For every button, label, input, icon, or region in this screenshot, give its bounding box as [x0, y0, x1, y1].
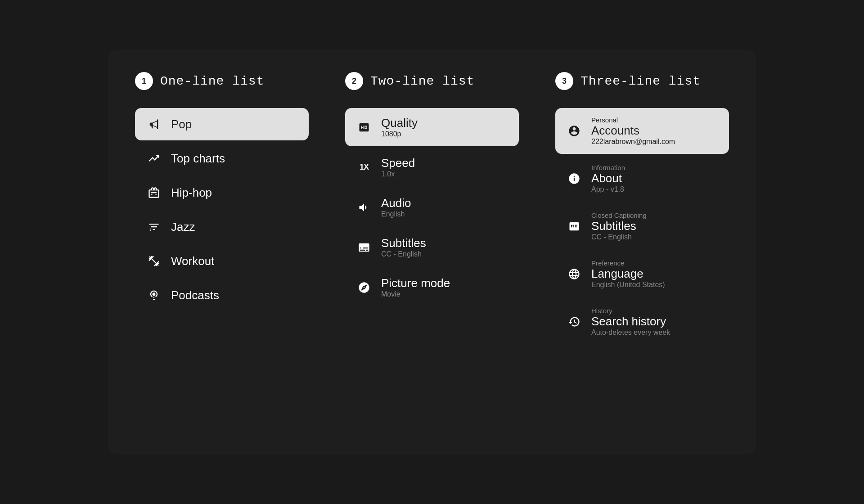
- pop-label: Pop: [171, 117, 192, 131]
- top-charts-label: Top charts: [171, 152, 225, 166]
- search-history-sublabel: Auto-deletes every week: [591, 328, 670, 337]
- jazz-text: Jazz: [171, 220, 195, 234]
- list-item-subtitles-cc[interactable]: Closed Captioning Subtitles CC - English: [555, 203, 729, 249]
- accounts-sublabel: 222larabrown@gmail.com: [591, 138, 675, 146]
- about-label: About: [591, 171, 625, 185]
- speed-text: Speed 1.0x: [381, 156, 415, 178]
- subtitles-cc-label: Subtitles: [591, 219, 647, 233]
- section-one-line: 1 One-line list Pop Top charts: [135, 72, 327, 432]
- list-item-search-history[interactable]: History Search history Auto-deletes ever…: [555, 299, 729, 345]
- list-item-picture-mode[interactable]: Picture mode Movie: [345, 268, 519, 306]
- audio-sublabel: English: [381, 210, 411, 218]
- podcasts-icon: [146, 287, 162, 303]
- language-text: Preference Language English (United Stat…: [591, 259, 665, 289]
- list-item-accounts[interactable]: Personal Accounts 222larabrown@gmail.com: [555, 108, 729, 154]
- section-three-line-number: 3: [555, 72, 573, 90]
- section-one-line-title: One-line list: [160, 74, 264, 88]
- top-charts-text: Top charts: [171, 152, 225, 166]
- workout-icon: [146, 253, 162, 269]
- jazz-label: Jazz: [171, 220, 195, 234]
- section-three-line-header: 3 Three-line list: [555, 72, 729, 90]
- picture-mode-sublabel: Movie: [381, 290, 450, 298]
- search-history-text: History Search history Auto-deletes ever…: [591, 307, 670, 337]
- about-text: Information About App - v1.8: [591, 164, 625, 194]
- audio-text: Audio English: [381, 196, 411, 218]
- section-three-line: 3 Three-line list Personal Accounts 222l…: [537, 72, 729, 432]
- list-item-subtitles[interactable]: Subtitles CC - English: [345, 228, 519, 266]
- language-sublabel: English (United States): [591, 281, 665, 289]
- list-item-audio[interactable]: Audio English: [345, 188, 519, 226]
- about-sublabel: App - v1.8: [591, 185, 625, 194]
- section-two-line: 2 Two-line list Quality 1080p 1X Speed 1…: [327, 72, 537, 432]
- pop-text: Pop: [171, 117, 192, 131]
- section-one-line-header: 1 One-line list: [135, 72, 309, 90]
- search-history-label: Search history: [591, 315, 670, 328]
- radio-icon: [146, 184, 162, 201]
- speed-label: Speed: [381, 156, 415, 170]
- podcasts-label: Podcasts: [171, 288, 219, 302]
- hip-hop-label: Hip-hop: [171, 186, 212, 200]
- history-icon: [566, 314, 582, 330]
- list-item-top-charts[interactable]: Top charts: [135, 142, 309, 175]
- speed-sublabel: 1.0x: [381, 170, 415, 178]
- list-item-pop[interactable]: Pop: [135, 108, 309, 140]
- main-container: 1 One-line list Pop Top charts: [108, 50, 756, 454]
- account-circle-icon: [566, 123, 582, 139]
- podcasts-text: Podcasts: [171, 288, 219, 302]
- info-icon: [566, 171, 582, 187]
- subtitles-cc-text: Closed Captioning Subtitles CC - English: [591, 212, 647, 241]
- accounts-text: Personal Accounts 222larabrown@gmail.com: [591, 116, 675, 146]
- accounts-superlabel: Personal: [591, 116, 675, 124]
- section-three-line-title: Three-line list: [580, 74, 701, 88]
- megaphone-icon: [146, 116, 162, 132]
- subtitles-icon: [356, 239, 372, 256]
- trending-icon: [146, 150, 162, 166]
- list-item-language[interactable]: Preference Language English (United Stat…: [555, 251, 729, 297]
- list-item-about[interactable]: Information About App - v1.8: [555, 156, 729, 202]
- sections-row: 1 One-line list Pop Top charts: [135, 72, 729, 432]
- speed-1x-icon: 1X: [356, 159, 372, 176]
- language-superlabel: Preference: [591, 259, 665, 267]
- subtitles-text: Subtitles CC - English: [381, 236, 426, 258]
- workout-text: Workout: [171, 254, 214, 268]
- quality-label: Quality: [381, 116, 418, 130]
- search-history-superlabel: History: [591, 307, 670, 315]
- section-two-line-title: Two-line list: [370, 74, 474, 88]
- subtitles-label: Subtitles: [381, 236, 426, 250]
- subtitles-cc-superlabel: Closed Captioning: [591, 212, 647, 219]
- about-superlabel: Information: [591, 164, 625, 171]
- list-item-workout[interactable]: Workout: [135, 245, 309, 277]
- picture-mode-text: Picture mode Movie: [381, 276, 450, 298]
- list-item-podcasts[interactable]: Podcasts: [135, 279, 309, 311]
- subtitles-sublabel: CC - English: [381, 250, 426, 258]
- subtitles-cc-sublabel: CC - English: [591, 233, 647, 241]
- list-item-hip-hop[interactable]: Hip-hop: [135, 176, 309, 209]
- hq-icon: [356, 119, 372, 135]
- hip-hop-text: Hip-hop: [171, 186, 212, 200]
- section-one-line-number: 1: [135, 72, 153, 90]
- list-item-speed[interactable]: 1X Speed 1.0x: [345, 148, 519, 186]
- quality-sublabel: 1080p: [381, 130, 418, 138]
- picture-mode-label: Picture mode: [381, 276, 450, 290]
- audio-label: Audio: [381, 196, 411, 210]
- quality-text: Quality 1080p: [381, 116, 418, 138]
- list-item-jazz[interactable]: ♩ Jazz: [135, 211, 309, 243]
- list-item-quality[interactable]: Quality 1080p: [345, 108, 519, 146]
- music-filter-icon: ♩: [146, 219, 162, 235]
- svg-text:♩: ♩: [149, 227, 151, 232]
- audio-icon: [356, 199, 372, 216]
- language-label: Language: [591, 267, 665, 281]
- section-two-line-header: 2 Two-line list: [345, 72, 519, 90]
- section-two-line-number: 2: [345, 72, 363, 90]
- workout-label: Workout: [171, 254, 214, 268]
- closed-caption-icon: [566, 218, 582, 234]
- globe-icon: [566, 266, 582, 282]
- picture-mode-icon: [356, 279, 372, 296]
- accounts-label: Accounts: [591, 124, 675, 138]
